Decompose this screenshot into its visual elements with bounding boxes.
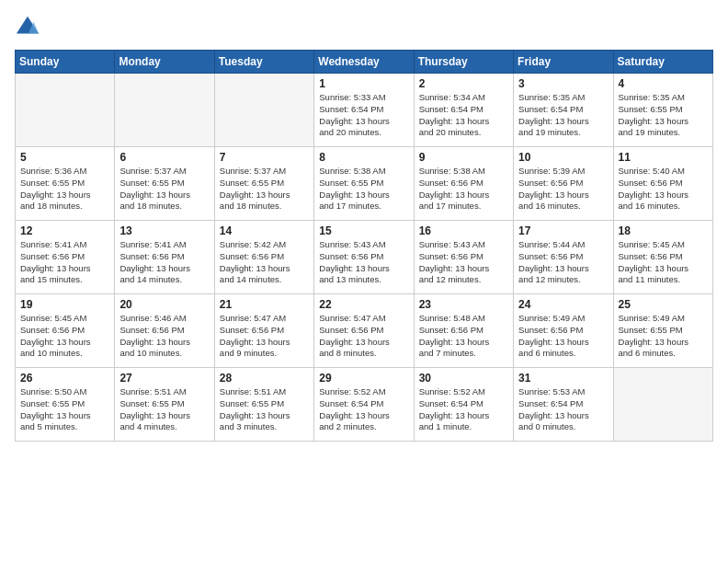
calendar-week-row: 12Sunrise: 5:41 AM Sunset: 6:56 PM Dayli…: [16, 221, 713, 294]
calendar-cell: [115, 74, 214, 147]
day-number: 27: [119, 372, 209, 385]
calendar-cell: 6Sunrise: 5:37 AM Sunset: 6:55 PM Daylig…: [115, 147, 214, 221]
day-number: 10: [518, 151, 608, 164]
calendar-cell: 16Sunrise: 5:43 AM Sunset: 6:56 PM Dayli…: [414, 221, 513, 294]
day-number: 24: [518, 298, 608, 311]
cell-content: Sunrise: 5:45 AM Sunset: 6:56 PM Dayligh…: [619, 239, 708, 286]
cell-content: Sunrise: 5:47 AM Sunset: 6:56 PM Dayligh…: [319, 313, 408, 360]
calendar-cell: 28Sunrise: 5:51 AM Sunset: 6:55 PM Dayli…: [214, 368, 313, 442]
calendar-header-row: SundayMondayTuesdayWednesdayThursdayFrid…: [16, 51, 713, 74]
calendar-cell: 19Sunrise: 5:45 AM Sunset: 6:56 PM Dayli…: [16, 294, 115, 368]
calendar-cell: 3Sunrise: 5:35 AM Sunset: 6:54 PM Daylig…: [514, 74, 613, 147]
day-number: 23: [419, 298, 508, 311]
day-number: 4: [619, 77, 708, 90]
calendar-cell: 15Sunrise: 5:43 AM Sunset: 6:56 PM Dayli…: [314, 221, 414, 294]
calendar-cell: 14Sunrise: 5:42 AM Sunset: 6:56 PM Dayli…: [214, 221, 313, 294]
day-number: 16: [419, 224, 508, 237]
day-number: 1: [319, 77, 408, 90]
cell-content: Sunrise: 5:46 AM Sunset: 6:56 PM Dayligh…: [119, 313, 209, 360]
calendar-cell: 8Sunrise: 5:38 AM Sunset: 6:55 PM Daylig…: [314, 147, 414, 221]
day-header-tuesday: Tuesday: [214, 51, 313, 74]
day-number: 6: [119, 151, 209, 164]
day-number: 30: [419, 372, 508, 385]
cell-content: Sunrise: 5:34 AM Sunset: 6:54 PM Dayligh…: [419, 92, 508, 139]
day-header-wednesday: Wednesday: [314, 51, 414, 74]
cell-content: Sunrise: 5:35 AM Sunset: 6:54 PM Dayligh…: [518, 92, 608, 139]
calendar-cell: 11Sunrise: 5:40 AM Sunset: 6:56 PM Dayli…: [613, 147, 712, 221]
day-number: 22: [319, 298, 408, 311]
day-number: 13: [119, 224, 209, 237]
day-number: 21: [220, 298, 309, 311]
calendar-cell: 7Sunrise: 5:37 AM Sunset: 6:55 PM Daylig…: [214, 147, 313, 221]
cell-content: Sunrise: 5:45 AM Sunset: 6:56 PM Dayligh…: [20, 313, 109, 360]
day-number: 28: [220, 372, 309, 385]
calendar-cell: 13Sunrise: 5:41 AM Sunset: 6:56 PM Dayli…: [115, 221, 214, 294]
cell-content: Sunrise: 5:43 AM Sunset: 6:56 PM Dayligh…: [319, 239, 408, 286]
calendar-cell: 4Sunrise: 5:35 AM Sunset: 6:55 PM Daylig…: [613, 74, 712, 147]
cell-content: Sunrise: 5:47 AM Sunset: 6:56 PM Dayligh…: [220, 313, 309, 360]
calendar-cell: 10Sunrise: 5:39 AM Sunset: 6:56 PM Dayli…: [514, 147, 613, 221]
calendar-cell: 25Sunrise: 5:49 AM Sunset: 6:55 PM Dayli…: [613, 294, 712, 368]
cell-content: Sunrise: 5:43 AM Sunset: 6:56 PM Dayligh…: [419, 239, 508, 286]
calendar-cell: 22Sunrise: 5:47 AM Sunset: 6:56 PM Dayli…: [314, 294, 414, 368]
cell-content: Sunrise: 5:49 AM Sunset: 6:55 PM Dayligh…: [619, 313, 708, 360]
cell-content: Sunrise: 5:41 AM Sunset: 6:56 PM Dayligh…: [119, 239, 209, 286]
day-header-sunday: Sunday: [16, 51, 115, 74]
calendar-cell: 18Sunrise: 5:45 AM Sunset: 6:56 PM Dayli…: [613, 221, 712, 294]
cell-content: Sunrise: 5:52 AM Sunset: 6:54 PM Dayligh…: [319, 386, 408, 433]
day-number: 8: [319, 151, 408, 164]
calendar-cell: [214, 74, 313, 147]
cell-content: Sunrise: 5:33 AM Sunset: 6:54 PM Dayligh…: [319, 92, 408, 139]
calendar-cell: 26Sunrise: 5:50 AM Sunset: 6:55 PM Dayli…: [16, 368, 115, 442]
calendar-cell: 23Sunrise: 5:48 AM Sunset: 6:56 PM Dayli…: [414, 294, 513, 368]
calendar-week-row: 19Sunrise: 5:45 AM Sunset: 6:56 PM Dayli…: [16, 294, 713, 368]
day-number: 2: [419, 77, 508, 90]
cell-content: Sunrise: 5:51 AM Sunset: 6:55 PM Dayligh…: [119, 386, 209, 433]
calendar-cell: 20Sunrise: 5:46 AM Sunset: 6:56 PM Dayli…: [115, 294, 214, 368]
cell-content: Sunrise: 5:37 AM Sunset: 6:55 PM Dayligh…: [119, 166, 209, 213]
day-number: 18: [619, 224, 708, 237]
calendar-cell: 2Sunrise: 5:34 AM Sunset: 6:54 PM Daylig…: [414, 74, 513, 147]
day-header-friday: Friday: [514, 51, 613, 74]
calendar-cell: [613, 368, 712, 442]
cell-content: Sunrise: 5:39 AM Sunset: 6:56 PM Dayligh…: [518, 166, 608, 213]
calendar-cell: 17Sunrise: 5:44 AM Sunset: 6:56 PM Dayli…: [514, 221, 613, 294]
cell-content: Sunrise: 5:48 AM Sunset: 6:56 PM Dayligh…: [419, 313, 508, 360]
calendar-week-row: 5Sunrise: 5:36 AM Sunset: 6:55 PM Daylig…: [16, 147, 713, 221]
calendar-cell: 24Sunrise: 5:49 AM Sunset: 6:56 PM Dayli…: [514, 294, 613, 368]
day-header-monday: Monday: [115, 51, 214, 74]
cell-content: Sunrise: 5:41 AM Sunset: 6:56 PM Dayligh…: [20, 239, 109, 286]
cell-content: Sunrise: 5:42 AM Sunset: 6:56 PM Dayligh…: [220, 239, 309, 286]
cell-content: Sunrise: 5:38 AM Sunset: 6:56 PM Dayligh…: [419, 166, 508, 213]
day-number: 11: [619, 151, 708, 164]
day-header-saturday: Saturday: [613, 51, 712, 74]
cell-content: Sunrise: 5:36 AM Sunset: 6:55 PM Dayligh…: [20, 166, 109, 213]
page-header: [15, 15, 713, 40]
cell-content: Sunrise: 5:40 AM Sunset: 6:56 PM Dayligh…: [619, 166, 708, 213]
day-number: 12: [20, 224, 109, 237]
cell-content: Sunrise: 5:51 AM Sunset: 6:55 PM Dayligh…: [220, 386, 309, 433]
day-number: 26: [20, 372, 109, 385]
logo: [15, 15, 44, 40]
calendar-table: SundayMondayTuesdayWednesdayThursdayFrid…: [15, 50, 713, 442]
calendar-week-row: 1Sunrise: 5:33 AM Sunset: 6:54 PM Daylig…: [16, 74, 713, 147]
cell-content: Sunrise: 5:53 AM Sunset: 6:54 PM Dayligh…: [518, 386, 608, 433]
day-number: 20: [119, 298, 209, 311]
day-header-thursday: Thursday: [414, 51, 513, 74]
cell-content: Sunrise: 5:38 AM Sunset: 6:55 PM Dayligh…: [319, 166, 408, 213]
calendar-cell: [16, 74, 115, 147]
cell-content: Sunrise: 5:52 AM Sunset: 6:54 PM Dayligh…: [419, 386, 508, 433]
calendar-cell: 5Sunrise: 5:36 AM Sunset: 6:55 PM Daylig…: [16, 147, 115, 221]
calendar-cell: 27Sunrise: 5:51 AM Sunset: 6:55 PM Dayli…: [115, 368, 214, 442]
day-number: 15: [319, 224, 408, 237]
calendar-cell: 1Sunrise: 5:33 AM Sunset: 6:54 PM Daylig…: [314, 74, 414, 147]
calendar-cell: 29Sunrise: 5:52 AM Sunset: 6:54 PM Dayli…: [314, 368, 414, 442]
calendar-week-row: 26Sunrise: 5:50 AM Sunset: 6:55 PM Dayli…: [16, 368, 713, 442]
cell-content: Sunrise: 5:44 AM Sunset: 6:56 PM Dayligh…: [518, 239, 608, 286]
cell-content: Sunrise: 5:50 AM Sunset: 6:55 PM Dayligh…: [20, 386, 109, 433]
calendar-cell: 21Sunrise: 5:47 AM Sunset: 6:56 PM Dayli…: [214, 294, 313, 368]
day-number: 14: [220, 224, 309, 237]
calendar-cell: 31Sunrise: 5:53 AM Sunset: 6:54 PM Dayli…: [514, 368, 613, 442]
day-number: 19: [20, 298, 109, 311]
day-number: 31: [518, 372, 608, 385]
